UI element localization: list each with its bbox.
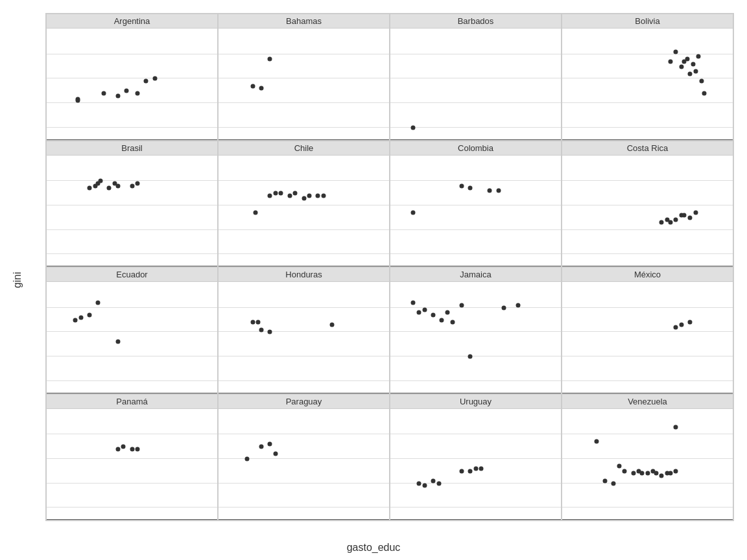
data-point: [459, 183, 464, 188]
facet-title: Honduras: [219, 268, 389, 282]
data-point: [668, 59, 672, 64]
data-point: [87, 186, 91, 191]
data-point: [78, 315, 83, 320]
data-point: [702, 91, 707, 95]
facet-mexico: México: [562, 267, 733, 394]
data-point: [602, 478, 607, 483]
data-point: [468, 469, 472, 473]
data-point: [422, 308, 427, 312]
data-point: [594, 439, 599, 444]
data-point: [273, 452, 278, 456]
data-point: [256, 320, 261, 325]
data-point: [696, 54, 701, 59]
facet-venezuela: Venezuela246: [562, 394, 733, 521]
data-point: [685, 57, 689, 62]
data-point: [76, 97, 80, 102]
data-point: [130, 183, 134, 188]
data-point: [694, 69, 698, 74]
data-point: [124, 89, 128, 93]
data-point: [136, 447, 140, 451]
data-point: [253, 211, 257, 215]
facet-title: Argentina: [47, 14, 217, 29]
data-point: [611, 481, 615, 485]
facet-title: Paraguay: [219, 395, 389, 409]
facet-title: Panamá: [47, 395, 217, 409]
data-point: [659, 474, 664, 478]
data-point: [439, 318, 444, 322]
data-point: [279, 191, 283, 196]
data-point: [416, 310, 421, 315]
data-point: [688, 215, 693, 220]
data-point: [668, 471, 672, 476]
y-axis-label: gini: [12, 272, 23, 288]
data-point: [144, 79, 148, 84]
data-point: [502, 305, 506, 310]
data-point: [674, 218, 678, 222]
data-point: [316, 193, 320, 198]
data-point: [115, 340, 120, 344]
facet-plot: [562, 410, 733, 520]
data-point: [674, 325, 678, 329]
facet-paraguay: Paraguay246: [218, 394, 390, 521]
facet-jamaica: Jamaica: [390, 267, 562, 394]
data-point: [691, 62, 695, 66]
data-point: [617, 464, 621, 469]
facet-title: Bolivia: [562, 14, 733, 29]
facet-plot: [562, 157, 733, 267]
data-point: [459, 469, 464, 473]
data-point: [431, 312, 435, 317]
facet-title: Barbados: [390, 14, 561, 29]
data-point: [436, 481, 441, 485]
data-point: [688, 71, 693, 76]
data-point: [307, 193, 312, 198]
data-point: [302, 196, 306, 200]
facet-plot: [390, 30, 561, 140]
data-point: [322, 193, 326, 198]
facet-chile: Chile: [218, 141, 390, 268]
data-point: [680, 323, 684, 327]
data-point: [259, 327, 263, 332]
facet-plot: [219, 157, 389, 267]
data-point: [459, 303, 464, 307]
data-point: [622, 469, 627, 473]
data-point: [674, 49, 678, 54]
data-point: [250, 320, 255, 325]
data-point: [115, 93, 120, 98]
facet-panama: Panamá24630405060: [46, 394, 218, 521]
data-point: [682, 213, 687, 217]
facet-grid: Argentina30405060BahamasBarbadosBoliviaB…: [45, 13, 734, 521]
facet-title: Ecuador: [47, 268, 217, 282]
data-point: [95, 301, 100, 305]
facet-title: México: [562, 268, 733, 282]
facet-honduras: Honduras: [218, 267, 390, 394]
facet-title: Venezuela: [562, 395, 733, 409]
data-point: [130, 447, 134, 451]
facet-title: Colombia: [390, 141, 561, 156]
data-point: [115, 447, 120, 451]
data-point: [267, 57, 272, 62]
facet-plot: [390, 410, 561, 520]
data-point: [136, 91, 140, 95]
facet-plot: [562, 30, 733, 140]
facet-brasil: Brasil30405060: [46, 141, 218, 268]
data-point: [121, 445, 126, 449]
data-point: [468, 355, 472, 359]
facet-plot: [47, 157, 217, 267]
facet-plot: [219, 410, 389, 520]
facet-plot: [47, 30, 217, 140]
data-point: [416, 481, 421, 485]
data-point: [496, 189, 501, 193]
data-point: [668, 220, 672, 225]
facet-bahamas: Bahamas: [218, 14, 390, 141]
facet-title: Uruguay: [390, 395, 561, 409]
chart-container: gini Argentina30405060BahamasBarbadosBol…: [0, 0, 747, 560]
facet-title: Costa Rica: [562, 141, 733, 156]
data-point: [488, 189, 492, 193]
facet-title: Bahamas: [219, 14, 389, 29]
facet-uruguay: Uruguay246: [390, 394, 562, 521]
data-point: [259, 445, 263, 449]
data-point: [136, 181, 140, 185]
facet-plot: [390, 157, 561, 267]
data-point: [451, 320, 455, 325]
data-point: [654, 471, 658, 476]
